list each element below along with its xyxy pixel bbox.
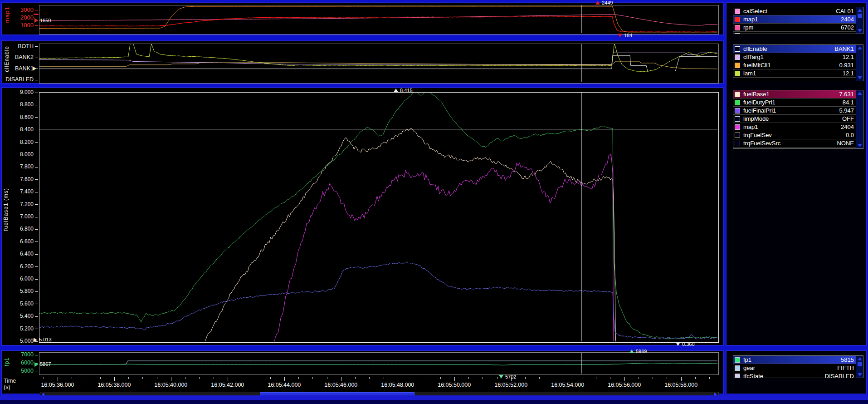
legend-row-trqFuelSev[interactable]: trqFuelSev0.0 [733, 131, 856, 139]
legend-row-fuelMltCll1[interactable]: fuelMltCll10.931 [733, 61, 856, 69]
legend-scrollbar[interactable] [856, 45, 863, 81]
marker-bank1-icon [33, 66, 36, 71]
legend-row-fp1[interactable]: fp15815 [733, 356, 856, 364]
plot-fp1-strip[interactable] [39, 352, 719, 375]
series-swatch-icon [735, 374, 740, 379]
minor-tick [709, 377, 710, 379]
y-tick-label: 8.400 [20, 126, 34, 133]
y-tick-mark [35, 254, 38, 255]
scroll-down-icon[interactable] [858, 144, 862, 147]
legend-value: 0.0 [846, 132, 854, 138]
marker-fp1-min: 5702 [499, 375, 516, 380]
minor-tick [157, 377, 157, 379]
series-swatch-icon [735, 116, 740, 122]
series-swatch-icon [735, 133, 740, 138]
right-triangle-icon [34, 18, 38, 23]
legend-row-map1[interactable]: map12404 [733, 15, 856, 24]
series-swatch-icon [735, 9, 740, 14]
scroll-thumb[interactable] [858, 362, 862, 366]
y-tick-label: 7.800 [20, 163, 34, 170]
minor-tick [653, 377, 653, 379]
series-swatch-icon [735, 71, 740, 76]
y-tick-label: 8.000 [20, 151, 34, 158]
legend-group-fp1: fp15815gearFIFTHtfcStateDISABLED [733, 355, 863, 378]
y-tick-label: 5.400 [20, 313, 34, 319]
legend-value: BANK1 [834, 45, 854, 52]
legend-group-cll: cllEnableBANK1cllTarg112.1fuelMltCll10.9… [733, 44, 863, 81]
major-tick [58, 377, 58, 381]
y-tick-mark [35, 371, 38, 371]
legend-row-calSelect[interactable]: calSelectCAL01 [733, 7, 856, 15]
marker-top-max: 2449 [595, 1, 613, 6]
legend-value: OFF [842, 115, 854, 122]
legend-label: gear [743, 365, 837, 371]
legend-value: 12.1 [843, 54, 854, 60]
y-tick-mark [35, 105, 38, 105]
minor-tick [355, 377, 356, 379]
legend-row-lam1[interactable]: lam112.1 [733, 69, 856, 78]
minor-tick [327, 377, 327, 379]
legend-row-cllEnable[interactable]: cllEnableBANK1 [733, 45, 856, 53]
y-tick-mark [35, 93, 38, 93]
legend-value: 12.1 [843, 70, 854, 77]
legend-value: CAL01 [836, 8, 854, 15]
legend-row-fuelBase1[interactable]: fuelBase17.631 [733, 90, 856, 99]
scroll-down-icon[interactable] [858, 76, 862, 79]
plot-cll-strip[interactable] [39, 44, 719, 84]
legend-value: 2404 [841, 123, 854, 130]
scroll-up-icon[interactable] [858, 357, 862, 360]
scroll-thumb[interactable] [858, 14, 862, 18]
scroll-down-icon[interactable] [858, 373, 862, 376]
legend-value: 6702 [841, 24, 854, 31]
scroll-down-icon[interactable] [858, 29, 862, 32]
y-tick-label: DISABLED [5, 76, 34, 83]
scroll-up-icon[interactable] [858, 9, 862, 12]
y-tick-label: 9.000 [20, 89, 34, 95]
y-tick-mark [35, 355, 38, 355]
marker-top-left: 1650 [34, 18, 51, 23]
minor-tick [128, 377, 129, 379]
minor-tick [384, 377, 384, 379]
scroll-up-icon[interactable] [858, 46, 862, 49]
legend-row-tps1[interactable]: tps1100.0 [733, 32, 856, 34]
y-tick-mark [35, 167, 38, 168]
major-tick [114, 377, 115, 381]
legend-row-fuelFinalPri1[interactable]: fuelFinalPri15.947 [733, 107, 856, 115]
min-triangle-icon [499, 375, 503, 379]
legend-label: limpMode [743, 115, 842, 122]
series-swatch-icon [735, 54, 740, 60]
legend-row-limpMode[interactable]: limpModeOFF [733, 115, 856, 123]
legend-row-cllTarg1[interactable]: cllTarg112.1 [733, 53, 856, 61]
y-tick-mark [35, 204, 38, 205]
minor-tick [214, 377, 214, 379]
legend-scrollbar[interactable] [856, 356, 863, 378]
minor-tick [242, 377, 242, 379]
legend-row-rpm[interactable]: rpm6702 [733, 24, 856, 32]
y-tick-mark [35, 179, 38, 180]
legend-value: 0.931 [839, 62, 854, 69]
marker-main-max: 8.415 [394, 89, 413, 94]
time-tick-label: 16:05:46.000 [316, 382, 366, 388]
trace-fuelFinalPri1 [39, 262, 717, 339]
minor-tick [86, 377, 86, 379]
plot-main-chart[interactable] [39, 92, 719, 343]
legend-row-map1[interactable]: map12404 [733, 123, 856, 131]
plot-top-strip[interactable] [39, 5, 719, 34]
legend-value: FIFTH [837, 365, 854, 371]
legend-label: fuelDutyPri1 [743, 99, 843, 106]
legend-row-trqFuelSevSrc[interactable]: trqFuelSevSrcNONE [733, 139, 856, 148]
legend-label: lam1 [743, 70, 843, 77]
minor-tick [497, 377, 497, 379]
legend-row-tfcState[interactable]: tfcStateDISABLED [733, 372, 856, 378]
time-tick-label: 16:05:48.000 [373, 382, 423, 388]
legend-row-fuelDutyPri1[interactable]: fuelDutyPri184.1 [733, 99, 856, 107]
minor-tick [256, 377, 256, 379]
legend-scrollbar[interactable] [856, 90, 863, 148]
scroll-up-icon[interactable] [858, 92, 862, 95]
legend-scrollbar[interactable] [856, 7, 863, 34]
minor-tick [596, 377, 596, 379]
legend-label: tps1 [743, 32, 839, 34]
y-tick-mark [35, 155, 38, 155]
legend-row-gear[interactable]: gearFIFTH [733, 364, 856, 372]
y-tick-label: 5.800 [20, 288, 34, 294]
